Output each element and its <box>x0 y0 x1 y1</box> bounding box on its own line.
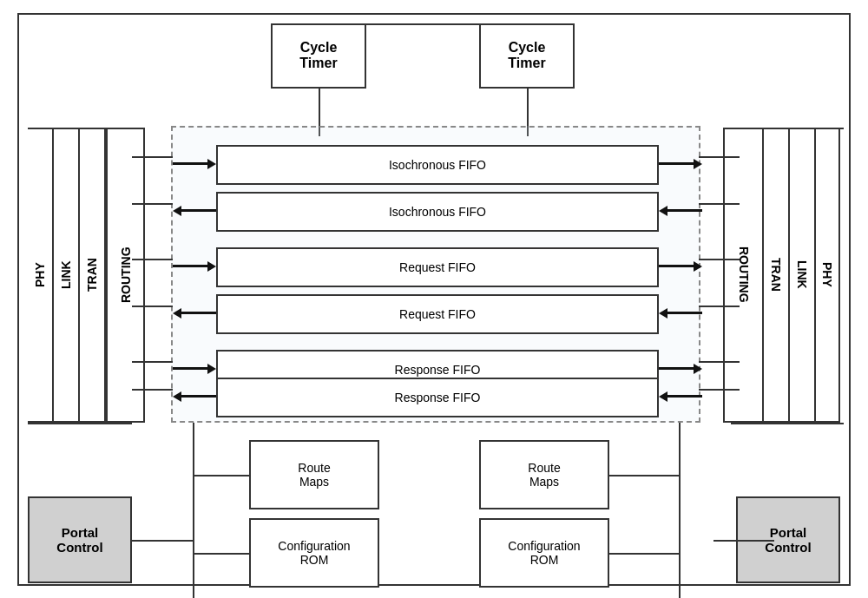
portal-control-left: PortalControl <box>28 496 132 583</box>
phy-left: PHY <box>28 128 54 423</box>
req-fifo-right-box: Request FIFO <box>216 247 659 287</box>
arrow-req-right-right <box>659 261 702 272</box>
arrow-resp-right-right <box>659 364 702 374</box>
line-right-req-left <box>699 306 740 307</box>
req-fifo-right-label: Request FIFO <box>399 260 476 274</box>
arrow-req-left-left <box>173 308 216 319</box>
phy-right: PHY <box>814 128 840 423</box>
arrow-req-right-left <box>173 261 216 272</box>
iso-fifo-left-box: Isochronous FIFO <box>216 192 659 232</box>
arrow-iso-right-left <box>173 159 216 169</box>
route-maps-left: RouteMaps <box>249 440 379 509</box>
hline-left-routemaps <box>193 475 249 476</box>
tran-right: TRAN <box>762 128 788 423</box>
right-stack: ROUTING TRAN LINK PHY <box>723 128 840 423</box>
arrow-resp-left-right <box>659 391 702 402</box>
line-left-resp-left <box>132 389 173 391</box>
arrow-req-left-right <box>659 308 702 319</box>
iso-fifo-left-label: Isochronous FIFO <box>389 205 486 219</box>
vline-right-bottom <box>679 423 681 599</box>
line-left-resp-right <box>132 361 173 363</box>
left-stack: PHY LINK TRAN ROUTING <box>28 128 145 423</box>
cycle-timer-right: Cycle Timer <box>479 23 575 89</box>
hline-portal-right <box>713 540 774 542</box>
top-left-border <box>28 128 132 129</box>
iso-fifo-right-box: Isochronous FIFO <box>216 145 659 185</box>
tran-left: TRAN <box>80 128 106 423</box>
line-left-iso-right <box>132 156 173 158</box>
line-left-req-left <box>132 306 173 307</box>
resp-fifo-left-box: Response FIFO <box>216 378 659 417</box>
routing-right: ROUTING <box>723 128 762 423</box>
line-left-req-right <box>132 259 173 260</box>
line-right-req-right <box>699 259 740 260</box>
config-rom-right: ConfigurationROM <box>479 518 609 588</box>
link-left: LINK <box>54 128 80 423</box>
arrow-iso-right-right <box>659 159 702 169</box>
arrow-resp-right-left <box>173 364 216 374</box>
iso-fifo-right-label: Isochronous FIFO <box>389 158 486 172</box>
req-fifo-left-box: Request FIFO <box>216 294 659 334</box>
config-rom-left: ConfigurationROM <box>249 518 379 588</box>
route-maps-right: RouteMaps <box>479 440 609 509</box>
line-right-resp-right <box>699 361 740 363</box>
hline-portal-left <box>132 540 193 542</box>
arrow-iso-left-left <box>173 206 216 216</box>
link-right: LINK <box>788 128 814 423</box>
routing-left: ROUTING <box>106 128 145 423</box>
bottom-left-border <box>28 423 132 424</box>
hline-right-configrom <box>609 553 679 555</box>
line-right-resp-left <box>699 389 740 391</box>
line-right-iso-right <box>699 156 740 158</box>
resp-fifo-left-label: Response FIFO <box>395 391 481 404</box>
vline-left-bottom <box>193 423 194 599</box>
architecture-diagram: Cycle Timer Cycle Timer PHY LINK TRAN RO… <box>17 13 851 586</box>
ct-top-hline <box>319 23 529 25</box>
hline-left-configrom <box>193 553 249 555</box>
line-right-iso-left <box>699 203 740 205</box>
hline-right-routemaps <box>609 475 679 476</box>
arrow-resp-left-left <box>173 391 216 402</box>
req-fifo-left-label: Request FIFO <box>399 307 476 321</box>
top-right-border <box>731 128 844 129</box>
bottom-right-border <box>731 423 844 424</box>
line-left-iso-left <box>132 203 173 205</box>
fifo-container: Isochronous FIFO Isochronous FIFO Reques… <box>171 126 700 423</box>
cycle-timer-left: Cycle Timer <box>271 23 366 89</box>
arrow-iso-left-right <box>659 206 702 216</box>
resp-fifo-right-label: Response FIFO <box>395 363 481 377</box>
